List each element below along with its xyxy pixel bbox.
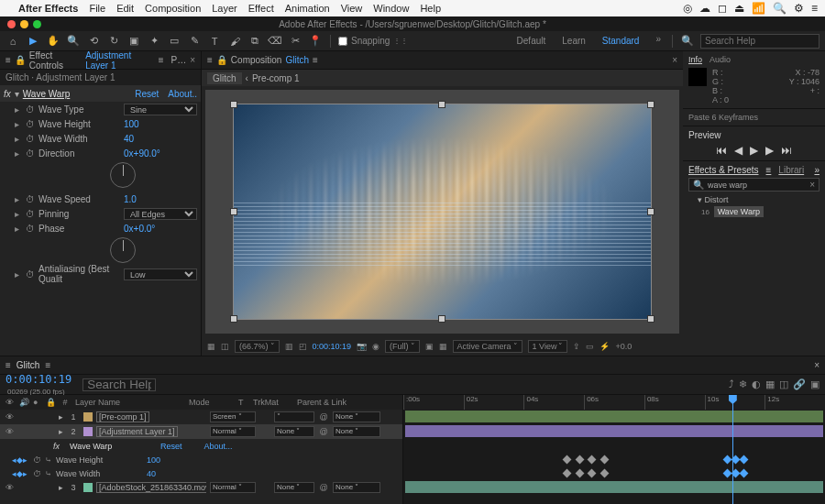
- effect-header[interactable]: fx ▾ Wave Warp Reset About..: [0, 85, 201, 102]
- zoom-window-button[interactable]: [33, 20, 41, 28]
- mode-dropdown[interactable]: Normal ˅: [210, 426, 256, 437]
- magnification-icon[interactable]: ▦: [207, 342, 215, 351]
- param-value[interactable]: 0x+90.0°: [124, 148, 197, 159]
- shy-icon[interactable]: ⤴: [729, 378, 734, 390]
- col-video-icon[interactable]: 👁: [4, 398, 15, 407]
- selection-tool-icon[interactable]: ▶: [26, 34, 40, 49]
- overflow-icon[interactable]: »: [814, 165, 820, 175]
- menu-window[interactable]: Window: [373, 3, 409, 14]
- parent-dropdown[interactable]: None ˅: [333, 411, 380, 422]
- timeline-search[interactable]: [82, 378, 156, 391]
- ruler-tick[interactable]: :00s: [403, 395, 464, 410]
- lock-icon[interactable]: 🔒: [216, 55, 227, 65]
- stopwatch-icon[interactable]: ⏱: [26, 269, 35, 279]
- transform-handle[interactable]: [647, 315, 654, 323]
- render-icon[interactable]: ▣: [810, 378, 820, 390]
- status-icon[interactable]: ☁: [699, 2, 710, 15]
- layer-name[interactable]: [AdobeStock_251863340.mov]: [96, 482, 206, 493]
- status-icon[interactable]: ⏏: [734, 2, 744, 15]
- menu-layer[interactable]: Layer: [212, 3, 237, 14]
- keyframe-icon[interactable]: [600, 469, 610, 478]
- lock-icon[interactable]: 🔒: [15, 55, 26, 65]
- zoom-tool-icon[interactable]: 🔍: [66, 34, 81, 49]
- pixel-aspect-icon[interactable]: ▭: [586, 342, 594, 351]
- panel-menu-icon[interactable]: ≡: [45, 360, 50, 370]
- panel-menu-icon[interactable]: ≡: [766, 165, 772, 175]
- disclosure-icon[interactable]: ▸: [59, 483, 63, 492]
- col-trkmat[interactable]: TrkMat: [253, 398, 293, 407]
- menu-edit[interactable]: Edit: [116, 3, 134, 14]
- layer-switch-icon[interactable]: ❄: [739, 378, 747, 390]
- reset-link[interactable]: Reset: [160, 442, 182, 451]
- stopwatch-icon[interactable]: ⏱: [26, 209, 35, 219]
- home-icon[interactable]: ⌂: [6, 34, 20, 49]
- param-value[interactable]: 40: [147, 469, 156, 478]
- clone-tool-icon[interactable]: ⧉: [248, 34, 262, 49]
- disclosure-icon[interactable]: ▸: [15, 269, 22, 279]
- menu-help[interactable]: Help: [420, 3, 441, 14]
- pickwhip-icon[interactable]: @: [318, 483, 329, 492]
- control-center-icon[interactable]: ⚙: [794, 2, 804, 15]
- param-dropdown[interactable]: Sine: [124, 104, 197, 115]
- stopwatch-icon[interactable]: ⏱: [33, 469, 41, 478]
- viewer-frame[interactable]: [234, 104, 651, 319]
- next-frame-icon[interactable]: ▶: [765, 144, 774, 157]
- layer-row[interactable]: 👁▸1[Pre-comp 1]Screen ˅ ˅@None ˅: [0, 410, 402, 424]
- stopwatch-icon[interactable]: ⏱: [26, 194, 35, 204]
- angle-dial[interactable]: [110, 162, 136, 188]
- tab-audio[interactable]: Audio: [710, 55, 731, 64]
- graph-editor-icon[interactable]: ▦: [765, 378, 775, 390]
- disclosure-icon[interactable]: ▸: [59, 412, 63, 422]
- time-ruler[interactable]: :00s 02s 04s 06s 08s 10s 12s: [403, 395, 825, 410]
- col-t[interactable]: T: [238, 398, 249, 407]
- minimize-window-button[interactable]: [20, 20, 28, 28]
- puppet-tool-icon[interactable]: 📍: [308, 34, 323, 49]
- disclosure-icon[interactable]: ▸: [15, 134, 22, 144]
- last-frame-icon[interactable]: ⏭: [781, 144, 792, 157]
- param-dropdown[interactable]: Low: [124, 268, 197, 280]
- menu-file[interactable]: File: [89, 3, 105, 14]
- brush-tool-icon[interactable]: 🖌: [227, 34, 242, 49]
- workspace-standard[interactable]: Standard: [599, 34, 644, 48]
- keyframe-icon[interactable]: [575, 455, 584, 465]
- layer-color-chip[interactable]: [83, 412, 93, 422]
- eye-icon[interactable]: 👁: [4, 412, 15, 422]
- transform-handle[interactable]: [438, 101, 446, 108]
- trkmat-dropdown[interactable]: None ˅: [274, 426, 314, 437]
- clear-search-icon[interactable]: ×: [809, 180, 815, 190]
- rotate-tool-icon[interactable]: ↻: [106, 34, 121, 49]
- menu-effect[interactable]: Effect: [248, 3, 274, 14]
- ruler-tick[interactable]: 08s: [644, 395, 705, 410]
- keyframe-icon[interactable]: [588, 469, 597, 478]
- ruler-tick[interactable]: 04s: [523, 395, 584, 410]
- resolution-icon[interactable]: ◫: [221, 342, 229, 351]
- trkmat-dropdown[interactable]: ˅: [274, 411, 314, 422]
- fx-badge[interactable]: fx: [4, 89, 11, 99]
- param-value[interactable]: 40: [124, 134, 197, 144]
- keyframe-icon[interactable]: [575, 469, 584, 478]
- panel-tab-layer-link[interactable]: Adjustment Layer 1: [85, 50, 155, 71]
- exposure-icon[interactable]: +0.0: [615, 342, 632, 351]
- current-timecode[interactable]: 0:00:10:19: [6, 373, 72, 386]
- layer-bar[interactable]: [405, 481, 823, 493]
- transform-handle[interactable]: [230, 208, 237, 215]
- status-icon[interactable]: ◎: [683, 2, 692, 15]
- layer-row[interactable]: 👁▸2[Adjustment Layer 1]Normal ˅None ˅@No…: [0, 424, 402, 439]
- shape-tool-icon[interactable]: ▭: [167, 34, 182, 49]
- help-search-input[interactable]: [705, 36, 815, 46]
- col-solo-icon[interactable]: ●: [33, 398, 42, 407]
- workspace-learn[interactable]: Learn: [558, 34, 589, 48]
- stopwatch-icon[interactable]: ⏱: [26, 134, 35, 144]
- panel-menu-icon[interactable]: ≡: [6, 360, 11, 370]
- transform-handle[interactable]: [438, 315, 446, 323]
- layer-row[interactable]: 👁▸3[AdobeStock_251863340.mov]Normal ˅Non…: [0, 480, 402, 495]
- transparency-icon[interactable]: ▦: [439, 342, 447, 351]
- ruler-tick[interactable]: 06s: [584, 395, 644, 410]
- reset-link[interactable]: Reset: [135, 89, 159, 99]
- prev-frame-icon[interactable]: ◀: [734, 144, 742, 157]
- channel-icon[interactable]: ◉: [372, 342, 380, 351]
- fast-preview-icon[interactable]: ⚡: [600, 342, 610, 351]
- layer-color-chip[interactable]: [83, 483, 93, 492]
- close-panel-icon[interactable]: ×: [814, 360, 820, 370]
- stopwatch-icon[interactable]: ⏱: [26, 148, 35, 159]
